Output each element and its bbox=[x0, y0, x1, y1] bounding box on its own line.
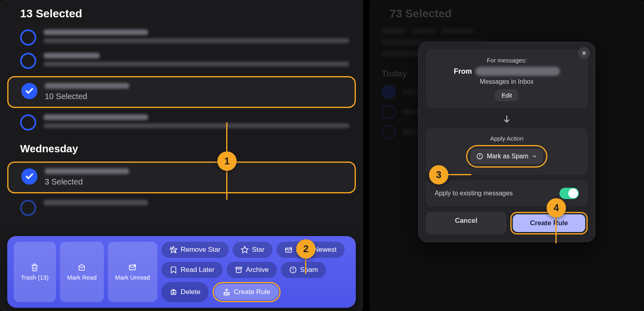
sender-redacted bbox=[43, 114, 148, 120]
left-pane: 13 Selected bbox=[0, 0, 363, 311]
callout-marker-4: 4 bbox=[547, 198, 566, 218]
arrow-down-icon bbox=[502, 114, 512, 124]
row-checkbox[interactable] bbox=[20, 29, 36, 46]
archive-button[interactable]: Archive bbox=[227, 262, 277, 278]
action-select-label: Mark as Spam bbox=[487, 153, 528, 160]
preview-redacted bbox=[43, 38, 349, 43]
create-rule-submit-button[interactable]: Create Rule bbox=[513, 214, 585, 232]
preview-redacted bbox=[43, 123, 349, 128]
sender-redacted bbox=[45, 83, 129, 89]
trash-button[interactable]: Trash (13) bbox=[14, 242, 56, 302]
email-row[interactable] bbox=[0, 111, 363, 135]
modal-close-button[interactable] bbox=[578, 47, 590, 59]
envelope-dot-icon bbox=[128, 263, 136, 272]
check-icon bbox=[25, 87, 34, 95]
date-section-header: Wednesday bbox=[0, 135, 363, 158]
mark-unread-button[interactable]: Mark Unread bbox=[108, 242, 157, 302]
row-checkbox[interactable] bbox=[20, 200, 36, 216]
group-selection-count: 3 Selected bbox=[45, 177, 342, 187]
close-icon bbox=[581, 50, 587, 56]
archive-label: Archive bbox=[246, 266, 269, 274]
spam-button[interactable]: Spam bbox=[281, 262, 326, 278]
callout-marker-3: 3 bbox=[429, 165, 448, 185]
svg-point-11 bbox=[293, 271, 293, 272]
svg-rect-7 bbox=[235, 267, 242, 268]
action-highlight-frame: Mark as Spam bbox=[466, 145, 547, 168]
callout-connector bbox=[555, 215, 557, 243]
callout-marker-2: 2 bbox=[296, 239, 316, 259]
bookmark-icon bbox=[169, 266, 178, 274]
rule-conditions-card: For messages: From Messages in Inbox Edi… bbox=[426, 50, 588, 108]
spam-icon bbox=[476, 153, 483, 160]
messages-in-label: Messages in Inbox bbox=[480, 78, 533, 85]
keep-newest-icon bbox=[285, 246, 293, 254]
sender-redacted bbox=[43, 200, 148, 205]
create-rule-modal: For messages: From Messages in Inbox Edi… bbox=[418, 42, 595, 242]
svg-marker-4 bbox=[242, 247, 248, 253]
rule-icon bbox=[223, 288, 231, 296]
right-pane: 73 Selected Today bbox=[369, 0, 644, 311]
delete-label: Delete bbox=[181, 288, 200, 296]
callout-connector bbox=[447, 174, 471, 175]
email-list: 10 Selected Wednesday 3 Selected bbox=[0, 26, 363, 219]
star-label: Star bbox=[252, 246, 264, 254]
create-rule-button[interactable]: Create Rule bbox=[215, 284, 279, 300]
delete-button[interactable]: Delete bbox=[161, 282, 208, 302]
spam-icon bbox=[289, 266, 297, 274]
edit-conditions-button[interactable]: Edit bbox=[495, 89, 518, 101]
spam-label: Spam bbox=[300, 266, 318, 274]
star-off-icon bbox=[169, 246, 178, 254]
email-row[interactable] bbox=[0, 50, 363, 73]
selection-count-title: 13 Selected bbox=[0, 0, 363, 26]
email-group-selected[interactable]: 10 Selected bbox=[7, 76, 356, 108]
row-checkbox[interactable] bbox=[20, 114, 36, 131]
action-select[interactable]: Mark as Spam bbox=[471, 149, 543, 164]
envelope-open-icon bbox=[78, 263, 86, 272]
sender-redacted bbox=[43, 53, 100, 58]
read-later-label: Read Later bbox=[181, 266, 215, 274]
svg-point-6 bbox=[290, 247, 291, 248]
apply-action-label: Apply Action bbox=[490, 135, 524, 142]
callout-connector bbox=[305, 258, 306, 274]
group-selection-count: 10 Selected bbox=[45, 92, 342, 101]
email-row[interactable] bbox=[0, 26, 363, 50]
check-icon bbox=[25, 172, 34, 181]
read-later-button[interactable]: Read Later bbox=[161, 262, 223, 278]
chevron-down-icon bbox=[532, 153, 537, 159]
create-rule-label: Create Rule bbox=[234, 288, 270, 296]
for-messages-label: For messages: bbox=[487, 57, 526, 64]
row-checkbox-checked[interactable] bbox=[21, 168, 37, 185]
cancel-button[interactable]: Cancel bbox=[426, 212, 506, 234]
mark-unread-label: Mark Unread bbox=[115, 274, 150, 281]
rule-action-card: Apply Action Mark as Spam bbox=[426, 128, 588, 175]
archive-icon bbox=[235, 266, 243, 274]
mark-read-button[interactable]: Mark Read bbox=[60, 242, 104, 302]
remove-star-button[interactable]: Remove Star bbox=[161, 242, 229, 258]
row-checkbox-checked[interactable] bbox=[21, 83, 37, 99]
star-icon bbox=[241, 246, 249, 254]
from-key: From bbox=[454, 67, 472, 76]
from-value-redacted bbox=[475, 67, 560, 76]
svg-point-21 bbox=[480, 158, 481, 158]
trash-label: Trash (13) bbox=[21, 274, 49, 281]
callout-marker-1: 1 bbox=[217, 151, 237, 171]
mark-read-label: Mark Read bbox=[67, 274, 97, 281]
flow-arrow-down bbox=[426, 114, 588, 124]
sender-redacted bbox=[45, 168, 129, 174]
apply-existing-toggle[interactable] bbox=[559, 188, 579, 199]
email-row[interactable] bbox=[0, 197, 363, 219]
star-button[interactable]: Star bbox=[233, 242, 272, 258]
preview-redacted bbox=[43, 62, 349, 66]
trash-icon bbox=[31, 263, 39, 272]
remove-star-label: Remove Star bbox=[181, 246, 221, 254]
delete-icon bbox=[169, 288, 178, 296]
svg-point-1 bbox=[134, 264, 136, 266]
row-checkbox[interactable] bbox=[20, 53, 36, 69]
email-group-selected[interactable]: 3 Selected bbox=[7, 162, 356, 193]
apply-existing-label: Apply to existing messages bbox=[435, 190, 513, 197]
sender-redacted bbox=[43, 29, 148, 35]
create-rule-highlight-frame: Create Rule bbox=[510, 212, 588, 234]
